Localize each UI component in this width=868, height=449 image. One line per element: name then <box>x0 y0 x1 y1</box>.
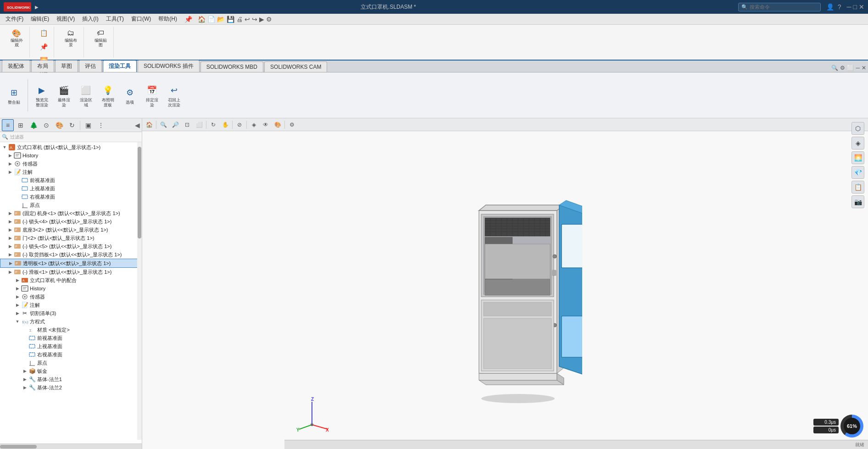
view-settings-icon[interactable]: ⚙ <box>840 65 845 71</box>
vp-display-btn[interactable]: ◈ <box>851 137 864 150</box>
tree-history-2[interactable]: ▶ History <box>0 284 142 293</box>
tab-sw-plugins[interactable]: SOLIDWORKS 插件 <box>138 60 200 72</box>
user-icon[interactable]: 👤 <box>826 3 834 11</box>
close-button[interactable]: ✕ <box>859 3 864 11</box>
vp-home-btn[interactable]: 🏠 <box>144 120 154 130</box>
cutlist-expand[interactable]: ▶ <box>15 310 20 316</box>
equations-expand[interactable]: ▼ <box>15 319 20 324</box>
lock4-expand[interactable]: ▶ <box>7 219 13 224</box>
tree-root[interactable]: ▼ A 立式口罩机 (默认<默认_显示状态-1>) <box>0 143 142 151</box>
vp-hide-show-btn[interactable]: 👁 <box>261 120 271 130</box>
lp-tool-custom[interactable]: ↻ <box>66 119 78 131</box>
options-btn[interactable]: ⚙ 选项 <box>120 83 140 107</box>
lp-tool-config[interactable]: 🌲 <box>28 119 39 131</box>
vp-area-zoom-btn[interactable]: ⬜ <box>194 120 204 130</box>
home-quick-icon[interactable]: 🏠 <box>198 16 206 23</box>
lp-collapse-btn[interactable]: ◀ <box>135 122 140 129</box>
lp-tool-dim[interactable]: ⊙ <box>40 119 52 131</box>
pin-icon[interactable]: 📌 <box>184 16 192 23</box>
door2-expand[interactable]: ▶ <box>7 235 13 241</box>
new-icon[interactable]: 📄 <box>207 16 215 23</box>
tree-sheetmetal[interactable]: ▶ 📦 钣金 <box>0 367 142 375</box>
vp-fit-btn[interactable]: ⊡ <box>182 120 192 130</box>
tree-base-flange2[interactable]: ▶ 🔧 基体-法兰2 <box>0 383 142 392</box>
vp-camera-btn[interactable]: 📷 <box>851 195 864 208</box>
vp-display-style-btn[interactable]: ◈ <box>249 120 259 130</box>
lp-vscroll-thumb[interactable] <box>138 147 141 238</box>
sensor1-expand[interactable]: ▶ <box>7 161 13 166</box>
minimize-viewport-icon[interactable]: ─ <box>856 65 860 71</box>
tab-sw-cam[interactable]: SOLIDWORKS CAM <box>264 61 327 72</box>
tree-annotation-1[interactable]: ▶ 📝 注解 <box>0 168 142 176</box>
tree-part-slider[interactable]: ▶ P (-) 滑板<1> (默认<<默认>_显示状态 1>) <box>0 268 142 276</box>
menu-edit[interactable]: 编辑(E) <box>27 14 53 24</box>
render-region-btn[interactable]: ⬜ 渲染区域 <box>76 81 96 110</box>
menu-help[interactable]: 帮助(H) <box>155 14 181 24</box>
search-box[interactable]: 🔍 <box>738 3 821 11</box>
lp-tool-frame[interactable]: ▣ <box>82 119 94 131</box>
minimize-button[interactable]: ─ <box>847 3 851 11</box>
vp-zoom-out-btn[interactable]: 🔎 <box>170 120 180 130</box>
options-icon[interactable]: ⚙ <box>266 16 272 23</box>
window-controls[interactable]: 🔍 👤 ? ─ □ ✕ <box>738 3 864 11</box>
tree-annotation-2[interactable]: ▶ 📝 注解 <box>0 301 142 309</box>
tab-sketch[interactable]: 草图 <box>55 60 78 72</box>
tab-layout[interactable]: 布局 <box>31 60 54 72</box>
feature-tree[interactable]: ▼ A 立式口罩机 (默认<默认_显示状态-1>) ▶ History ▶ <box>0 142 142 443</box>
lp-tool-properties[interactable]: ⊞ <box>15 119 27 131</box>
tree-part-body[interactable]: ▶ P (固定) 机身<1> (默认<<默认>_显示状态 1>) <box>0 209 142 217</box>
tree-equations[interactable]: ▼ f(x) 方程式 <box>0 317 142 326</box>
lp-hscroll-thumb[interactable] <box>0 445 37 449</box>
copy-appearance-btn[interactable]: 📋 <box>37 27 50 39</box>
menu-insert[interactable]: 插入(I) <box>78 14 102 24</box>
save-icon[interactable]: 💾 <box>227 16 234 23</box>
menu-view[interactable]: 视图(V) <box>53 14 78 24</box>
base3-expand[interactable]: ▶ <box>7 227 13 233</box>
tree-part-lock4[interactable]: ▶ P (-) 锁头<4> (默认<<默认>_显示状态 1>) <box>0 217 142 226</box>
bf1-expand[interactable]: ▶ <box>22 377 28 382</box>
tab-sw-mbd[interactable]: SOLIDWORKS MBD <box>200 61 263 72</box>
lp-tool-appearance[interactable]: 🎨 <box>53 119 65 131</box>
slider-expand[interactable]: ▶ <box>7 269 13 275</box>
schedule-btn[interactable]: 📅 排定渲染 <box>142 81 162 110</box>
tree-cutlist[interactable]: ▶ ✂ 切割清单(3) <box>0 309 142 317</box>
final-render-btn[interactable]: 🎬 最终渲染 <box>54 81 74 110</box>
lp-tool-list[interactable]: ≡ <box>2 119 14 131</box>
close-viewport-icon[interactable]: ✕ <box>862 65 866 71</box>
tree-base-flange1[interactable]: ▶ 🔧 基体-法兰1 <box>0 375 142 383</box>
vp-orient-btn[interactable]: ⬡ <box>851 122 864 135</box>
sensor2-expand[interactable]: ▶ <box>15 294 20 299</box>
vp-pan-btn[interactable]: ✋ <box>220 120 230 130</box>
vp-realview-btn[interactable]: 💎 <box>851 166 864 179</box>
edit-texture-btn[interactable]: 🗂 编辑布景 <box>61 27 80 49</box>
annotation1-expand[interactable]: ▶ <box>7 169 13 175</box>
edit-decal-btn[interactable]: 🏷 编辑贴图 <box>91 27 110 49</box>
mates-expand[interactable]: ▶ <box>15 277 20 283</box>
tree-part-pickup[interactable]: ▶ P (-) 取货挡板<1> (默认<<默认>_显示状态 1>) <box>0 250 142 259</box>
rebuild-icon[interactable]: ▶ <box>259 16 264 23</box>
tab-render[interactable]: 渲染工具 <box>103 60 137 72</box>
sm-expand[interactable]: ▶ <box>22 368 28 374</box>
tree-mates[interactable]: ▶ A 立式口罩机 中的配合 <box>0 276 142 284</box>
vp-section-btn[interactable]: ⊘ <box>234 120 245 130</box>
menu-window[interactable]: 窗口(W) <box>128 14 155 24</box>
history2-expand[interactable]: ▶ <box>15 286 20 291</box>
transparent-expand[interactable]: ▶ <box>8 261 13 266</box>
help-icon[interactable]: ? <box>838 3 841 11</box>
lp-vertical-scrollbar[interactable] <box>137 142 142 440</box>
tree-front-plane-3[interactable]: ▶ 前视基准面 <box>0 334 142 342</box>
open-icon[interactable]: 📂 <box>217 16 225 23</box>
viewport[interactable]: 🏠 🔍 🔎 ⊡ ⬜ ↻ ✋ ⊘ ◈ 👁 🎨 ⚙ ⬡ ◈ 🌅 💎 📋 📷 <box>142 118 868 449</box>
tree-part-base3[interactable]: ▶ P 底座3<2> (默认<<默认>_显示状态 1>) <box>0 226 142 234</box>
tree-origin-3[interactable]: ▶ 原点 <box>0 359 142 367</box>
tree-part-door2[interactable]: ▶ P 门<2> (默认<默认_显示状态 1>) <box>0 234 142 242</box>
restore-button[interactable]: □ <box>853 3 857 11</box>
vp-scene-btn[interactable]: 🌅 <box>851 151 864 164</box>
paste-appearance-btn[interactable]: 📌 <box>37 40 50 53</box>
tree-right-plane[interactable]: ▶ 右视基准面 <box>0 193 142 201</box>
tab-assembly[interactable]: 装配体 <box>2 60 30 72</box>
tree-front-plane[interactable]: ▶ 前视基准面 <box>0 176 142 184</box>
vp-rotate-btn[interactable]: ↻ <box>208 120 218 130</box>
tree-history-1[interactable]: ▶ History <box>0 151 142 160</box>
redo-icon[interactable]: ↪ <box>252 16 257 23</box>
